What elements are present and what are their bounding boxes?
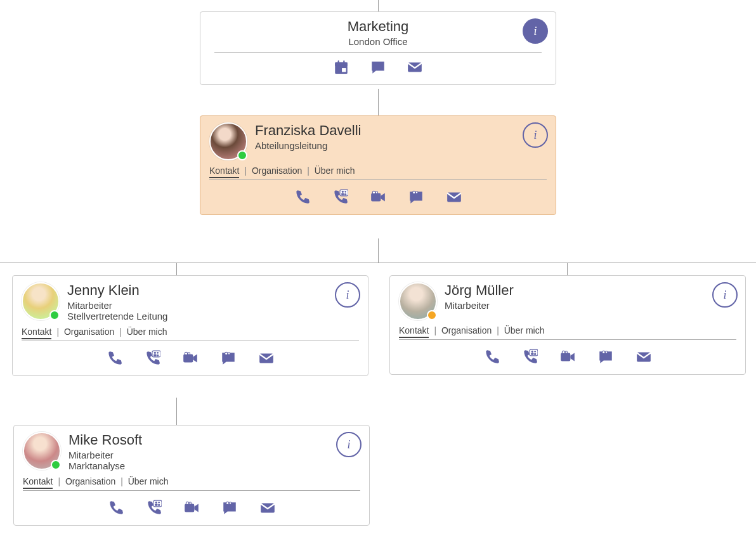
avatar (23, 432, 61, 470)
divider (209, 179, 547, 180)
tab-separator: | (56, 327, 59, 337)
tab-organization[interactable]: Organisation (441, 325, 492, 337)
org-connector (567, 263, 568, 275)
teams-chat-icon[interactable] (597, 349, 614, 365)
teams-chat-icon[interactable] (220, 350, 237, 367)
tab-separator: | (121, 476, 123, 486)
teams-call-icon[interactable] (332, 189, 348, 205)
tab-contact[interactable]: Kontakt (22, 327, 51, 339)
tab-separator: | (307, 166, 310, 176)
person-tabs: Kontakt | Organisation | Über mich (22, 327, 359, 337)
divider (399, 339, 736, 340)
mail-icon[interactable] (446, 189, 462, 205)
person-role: Mitarbeiter (68, 450, 142, 460)
phone-icon[interactable] (294, 189, 310, 205)
person-extra: Marktanalyse (68, 460, 142, 471)
person-name: Franziska Davelli (255, 122, 362, 139)
tab-separator: | (244, 166, 247, 176)
video-call-icon[interactable] (370, 189, 386, 205)
tab-contact[interactable]: Kontakt (23, 476, 53, 489)
presence-indicator (237, 150, 247, 160)
person-role: Abteilungsleitung (255, 140, 362, 151)
org-connector (378, 0, 379, 11)
mail-icon[interactable] (258, 350, 275, 367)
video-call-icon[interactable] (559, 349, 576, 365)
person-card-mike[interactable]: Mike Rosoft Mitarbeiter Marktanalyse Kon… (13, 425, 370, 526)
org-connector (176, 263, 177, 275)
presence-indicator (49, 310, 60, 320)
presence-indicator (427, 310, 437, 320)
phone-icon[interactable] (483, 349, 500, 365)
person-card-joerg[interactable]: Jörg Müller Mitarbeiter Kontakt | Organi… (389, 275, 746, 375)
teams-call-icon[interactable] (521, 349, 538, 365)
mail-icon[interactable] (407, 59, 423, 75)
divider (22, 341, 359, 341)
tab-contact[interactable]: Kontakt (209, 166, 239, 178)
divider (214, 52, 542, 53)
teams-chat-icon[interactable] (408, 189, 424, 205)
tab-separator: | (58, 476, 60, 486)
tab-separator: | (434, 325, 436, 335)
avatar (399, 282, 437, 320)
tab-organization[interactable]: Organisation (252, 166, 302, 177)
person-tabs: Kontakt | Organisation | Über mich (209, 166, 547, 176)
video-call-icon[interactable] (182, 350, 199, 367)
tab-about[interactable]: Über mich (504, 325, 545, 337)
org-connector (176, 398, 177, 425)
info-button[interactable]: i (523, 18, 548, 44)
teams-call-icon[interactable] (145, 500, 162, 516)
tab-about[interactable]: Über mich (315, 166, 355, 177)
mail-icon[interactable] (635, 349, 652, 365)
org-connector (378, 238, 379, 263)
teams-chat-icon[interactable] (221, 500, 238, 516)
department-subtitle: London Office (209, 36, 547, 47)
person-extra: Stellvertretende Leitung (67, 311, 167, 322)
person-name: Jenny Klein (67, 282, 167, 299)
video-call-icon[interactable] (183, 500, 200, 516)
info-button[interactable]: i (335, 282, 360, 308)
tab-organization[interactable]: Organisation (64, 327, 114, 338)
person-tabs: Kontakt | Organisation | Über mich (23, 476, 360, 486)
mail-icon[interactable] (259, 500, 276, 516)
chat-icon[interactable] (370, 59, 386, 75)
calendar-icon[interactable] (333, 59, 349, 75)
presence-indicator (51, 460, 61, 470)
department-title: Marketing (209, 18, 547, 35)
person-tabs: Kontakt | Organisation | Über mich (399, 325, 736, 335)
teams-call-icon[interactable] (144, 350, 160, 367)
tab-contact[interactable]: Kontakt (399, 325, 429, 338)
department-card: Marketing London Office i (200, 11, 556, 85)
tab-separator: | (497, 325, 499, 335)
tab-about[interactable]: Über mich (127, 327, 167, 338)
person-card-jenny[interactable]: Jenny Klein Mitarbeiter Stellvertretende… (12, 275, 368, 376)
person-role: Mitarbeiter (445, 300, 514, 311)
org-connector (0, 263, 756, 263)
phone-icon[interactable] (106, 350, 122, 367)
info-button[interactable]: i (336, 432, 362, 457)
divider (23, 490, 360, 491)
person-name: Mike Rosoft (68, 432, 142, 448)
phone-icon[interactable] (107, 500, 124, 516)
tab-about[interactable]: Über mich (128, 476, 169, 488)
person-name: Jörg Müller (445, 282, 514, 299)
tab-separator: | (119, 327, 122, 337)
avatar (209, 122, 247, 160)
org-connector (378, 89, 379, 115)
person-role: Mitarbeiter (67, 300, 167, 311)
avatar (22, 282, 60, 320)
info-button[interactable]: i (523, 122, 548, 148)
info-button[interactable]: i (712, 282, 738, 308)
tab-organization[interactable]: Organisation (65, 476, 115, 488)
person-card-franziska[interactable]: Franziska Davelli Abteilungsleitung Kont… (200, 115, 556, 215)
